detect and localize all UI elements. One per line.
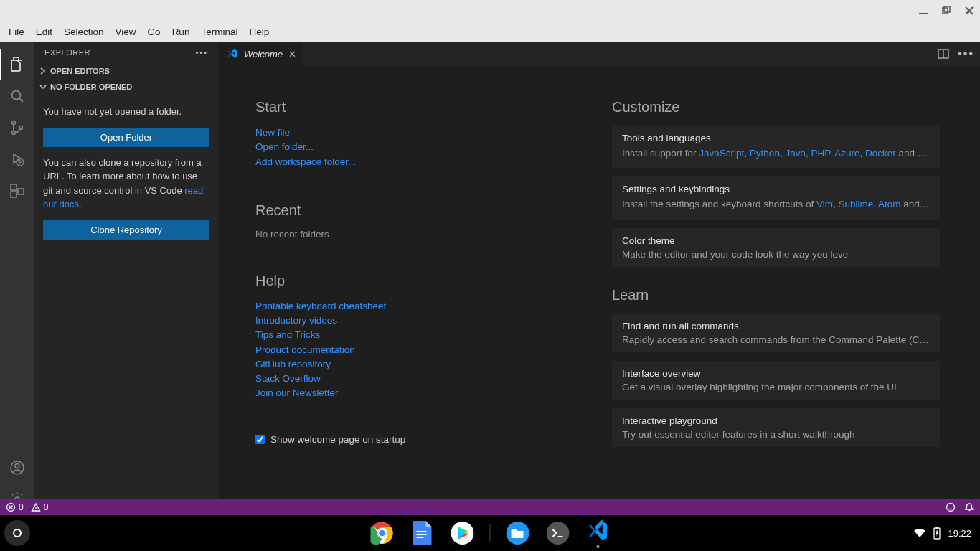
show-welcome-input[interactable] bbox=[255, 435, 265, 444]
editor-more-icon[interactable]: ••• bbox=[958, 47, 974, 60]
terminal-icon[interactable] bbox=[545, 520, 571, 546]
customize-theme-card[interactable]: Color theme Make the editor and your cod… bbox=[612, 228, 940, 267]
tab-bar: Welcome ✕ ••• bbox=[218, 42, 980, 66]
chrome-icon[interactable] bbox=[369, 520, 395, 546]
lang-link[interactable]: PHP bbox=[811, 148, 829, 159]
card-desc: Rapidly access and search commands from … bbox=[622, 334, 930, 345]
start-new-file[interactable]: New file bbox=[255, 126, 583, 140]
menu-bar: File Edit Selection View Go Run Terminal… bbox=[0, 22, 980, 42]
docs-icon[interactable] bbox=[410, 520, 435, 546]
recent-heading: Recent bbox=[255, 202, 583, 219]
bell-icon[interactable] bbox=[964, 502, 974, 512]
keys-link[interactable]: Atom bbox=[878, 199, 901, 209]
wifi-icon[interactable] bbox=[913, 528, 926, 538]
clone-repository-button[interactable]: Clone Repository bbox=[43, 220, 209, 240]
launcher-icon[interactable] bbox=[4, 520, 30, 546]
status-bar: 0 0 bbox=[0, 499, 980, 515]
card-title: Interactive playground bbox=[622, 415, 930, 426]
svg-point-16 bbox=[947, 504, 955, 512]
card-title: Color theme bbox=[622, 235, 930, 246]
learn-commands-card[interactable]: Find and run all commands Rapidly access… bbox=[612, 314, 940, 352]
help-link[interactable]: Stack Overflow bbox=[255, 372, 583, 386]
menu-run[interactable]: Run bbox=[166, 25, 196, 39]
search-icon[interactable] bbox=[0, 80, 34, 112]
tab-welcome[interactable]: Welcome ✕ bbox=[218, 42, 303, 66]
customize-keybindings-card[interactable]: Settings and keybindings Install the set… bbox=[612, 176, 940, 219]
play-store-icon[interactable] bbox=[450, 520, 476, 546]
card-title: Find and run all commands bbox=[622, 321, 930, 331]
show-welcome-checkbox[interactable]: Show welcome page on startup bbox=[255, 434, 583, 445]
svg-rect-1 bbox=[942, 8, 948, 14]
svg-point-6 bbox=[19, 126, 23, 130]
feedback-icon[interactable] bbox=[946, 502, 956, 512]
battery-icon[interactable] bbox=[933, 527, 941, 540]
learn-heading: Learn bbox=[612, 287, 940, 303]
files-icon[interactable] bbox=[505, 520, 531, 546]
svg-point-12 bbox=[15, 464, 19, 468]
keys-link[interactable]: Sublime bbox=[838, 199, 873, 209]
explorer-icon[interactable] bbox=[0, 49, 34, 80]
clock[interactable]: 19:22 bbox=[948, 528, 971, 539]
split-editor-icon[interactable] bbox=[938, 48, 949, 60]
open-folder-button[interactable]: Open Folder bbox=[43, 128, 209, 147]
card-desc: Install support for JavaScript, Python, … bbox=[622, 146, 930, 161]
card-title: Settings and keybindings bbox=[622, 184, 930, 194]
explorer-more-icon[interactable]: ••• bbox=[195, 48, 208, 57]
start-open-folder[interactable]: Open folder... bbox=[255, 140, 583, 154]
learn-playground-card[interactable]: Interactive playground Try out essential… bbox=[612, 408, 940, 447]
source-control-icon[interactable] bbox=[0, 112, 34, 143]
welcome-page: Start New file Open folder... Add worksp… bbox=[218, 66, 980, 515]
help-link[interactable]: GitHub repository bbox=[255, 357, 583, 372]
run-debug-icon[interactable] bbox=[0, 143, 34, 175]
help-link[interactable]: Printable keyboard cheatsheet bbox=[255, 299, 583, 314]
explorer-title: EXPLORER bbox=[44, 48, 90, 57]
svg-point-3 bbox=[12, 91, 21, 100]
explorer-sidebar: EXPLORER ••• OPEN EDITORS NO FOLDER OPEN… bbox=[34, 42, 218, 515]
menu-file[interactable]: File bbox=[3, 25, 30, 39]
menu-view[interactable]: View bbox=[110, 25, 142, 39]
maximize-icon[interactable] bbox=[941, 6, 951, 16]
svg-point-27 bbox=[547, 522, 570, 545]
menu-terminal[interactable]: Terminal bbox=[195, 25, 243, 39]
vscode-taskbar-icon[interactable] bbox=[585, 518, 611, 548]
accounts-icon[interactable] bbox=[0, 452, 34, 484]
learn-overview-card[interactable]: Interface overview Get a visual overlay … bbox=[612, 361, 940, 400]
extensions-icon[interactable] bbox=[0, 175, 34, 207]
help-heading: Help bbox=[255, 273, 583, 289]
customize-tools-card[interactable]: Tools and languages Install support for … bbox=[612, 126, 940, 168]
status-warnings[interactable]: 0 bbox=[31, 502, 49, 512]
lang-link[interactable]: Docker bbox=[865, 148, 896, 159]
tab-close-icon[interactable]: ✕ bbox=[288, 49, 296, 60]
no-folder-section[interactable]: NO FOLDER OPENED bbox=[34, 79, 218, 95]
start-add-workspace[interactable]: Add workspace folder... bbox=[255, 155, 583, 169]
menu-help[interactable]: Help bbox=[243, 25, 275, 39]
help-link[interactable]: Tips and Tricks bbox=[255, 328, 583, 342]
close-icon[interactable] bbox=[964, 6, 974, 16]
card-desc: Make the editor and your code look the w… bbox=[622, 249, 930, 260]
card-desc: Install the settings and keyboard shortc… bbox=[622, 197, 930, 212]
lang-link[interactable]: Java bbox=[785, 148, 806, 159]
minimize-icon[interactable] bbox=[918, 6, 928, 16]
os-taskbar: 19:22 bbox=[0, 515, 980, 551]
card-desc: Try out essential editor features in a s… bbox=[622, 429, 930, 440]
lang-link[interactable]: JavaScript bbox=[699, 148, 744, 159]
svg-rect-10 bbox=[18, 189, 24, 194]
menu-go[interactable]: Go bbox=[142, 25, 166, 39]
menu-edit[interactable]: Edit bbox=[30, 25, 58, 39]
help-link[interactable]: Introductory videos bbox=[255, 314, 583, 328]
svg-rect-22 bbox=[417, 531, 427, 532]
card-title: Interface overview bbox=[622, 368, 930, 379]
clone-help-text: You can also clone a repository from a U… bbox=[43, 156, 209, 212]
keys-link[interactable]: Vim bbox=[816, 199, 833, 209]
svg-point-4 bbox=[12, 121, 16, 125]
help-link[interactable]: Join our Newsletter bbox=[255, 386, 583, 400]
status-errors[interactable]: 0 bbox=[6, 502, 24, 512]
open-editors-section[interactable]: OPEN EDITORS bbox=[34, 63, 218, 79]
taskbar-separator bbox=[490, 524, 491, 542]
svg-point-5 bbox=[12, 131, 16, 135]
lang-link[interactable]: Python bbox=[750, 148, 780, 159]
help-link[interactable]: Product documentation bbox=[255, 343, 583, 357]
menu-selection[interactable]: Selection bbox=[58, 25, 110, 39]
lang-link[interactable]: Azure bbox=[834, 148, 859, 159]
svg-rect-29 bbox=[936, 527, 938, 529]
